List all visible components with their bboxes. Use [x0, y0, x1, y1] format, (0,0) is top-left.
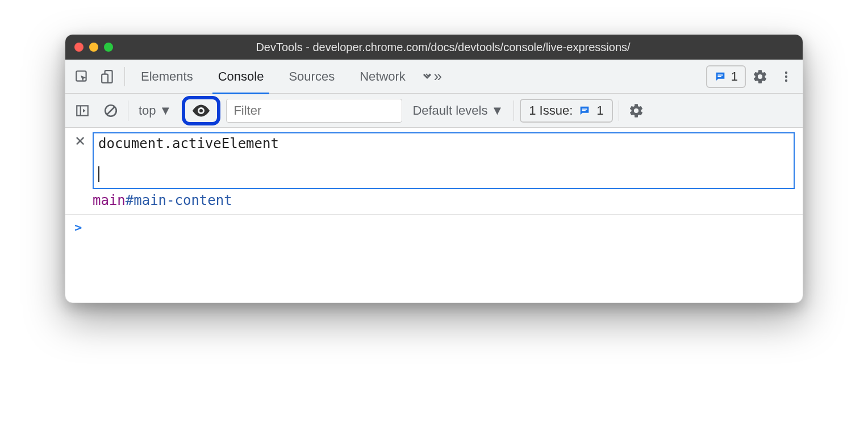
more-options-icon[interactable]: [774, 65, 798, 89]
live-expression-text: document.activeElement: [98, 136, 279, 152]
inspect-element-icon[interactable]: [70, 65, 94, 89]
filter-input[interactable]: [226, 99, 402, 123]
console-toolbar: top ▼ Default levels ▼ 1 Issue: 1: [65, 94, 803, 128]
clear-console-icon[interactable]: [99, 99, 122, 122]
issues-button[interactable]: 1 Issue: 1: [520, 99, 612, 123]
issues-count: 1: [596, 103, 603, 118]
live-expression-input[interactable]: document.activeElement: [93, 132, 795, 189]
main-tabbar: Elements Console Sources Network » 1: [65, 60, 803, 94]
chat-icon: [714, 70, 727, 83]
result-tag: main: [93, 192, 126, 208]
toggle-sidebar-icon[interactable]: [71, 99, 94, 122]
tab-elements[interactable]: Elements: [130, 60, 205, 94]
device-toolbar-icon[interactable]: [96, 65, 120, 89]
console-prompt[interactable]: >: [65, 215, 803, 303]
messages-count: 1: [731, 69, 738, 84]
prompt-caret-icon: >: [74, 220, 82, 234]
svg-point-12: [199, 109, 203, 112]
svg-rect-2: [102, 74, 108, 82]
svg-rect-14: [582, 110, 586, 111]
svg-point-7: [785, 79, 787, 81]
levels-label: Default levels: [412, 103, 487, 118]
svg-point-5: [785, 71, 787, 73]
console-settings-icon[interactable]: [625, 99, 648, 122]
separator: [124, 67, 125, 86]
create-live-expression-button[interactable]: [182, 96, 220, 125]
live-expression-result: main#main-content: [93, 192, 795, 208]
separator: [128, 100, 128, 121]
messages-badge[interactable]: 1: [706, 65, 746, 88]
devtools-window: DevTools - developer.chrome.com/docs/dev…: [65, 34, 803, 303]
svg-line-11: [107, 107, 115, 114]
tab-sources[interactable]: Sources: [277, 60, 346, 94]
text-caret: [98, 166, 99, 182]
result-id: #main-content: [126, 192, 232, 208]
more-tabs-icon[interactable]: »: [419, 65, 443, 89]
live-expression-area: ✕ document.activeElement main#main-conte…: [65, 128, 803, 215]
chevron-down-icon: ▼: [160, 103, 172, 118]
svg-rect-3: [717, 74, 723, 76]
svg-point-6: [785, 75, 787, 77]
separator: [514, 100, 514, 121]
svg-rect-8: [77, 106, 88, 115]
close-window-button[interactable]: [74, 43, 84, 52]
remove-live-expression-button[interactable]: ✕: [73, 135, 87, 148]
svg-rect-13: [582, 108, 587, 110]
tab-console[interactable]: Console: [207, 60, 276, 94]
window-title: DevTools - developer.chrome.com/docs/dev…: [93, 41, 794, 54]
chevron-down-icon: ▼: [491, 103, 503, 118]
chat-icon: [578, 104, 591, 117]
svg-rect-4: [717, 76, 721, 77]
issues-label: 1 Issue:: [529, 103, 573, 118]
titlebar: DevTools - developer.chrome.com/docs/dev…: [65, 35, 803, 60]
context-label: top: [139, 103, 156, 118]
execution-context-selector[interactable]: top ▼: [134, 103, 176, 118]
eye-icon: [191, 100, 211, 121]
separator: [619, 100, 619, 121]
tab-network[interactable]: Network: [348, 60, 417, 94]
log-levels-selector[interactable]: Default levels ▼: [408, 103, 508, 118]
settings-icon[interactable]: [748, 65, 772, 89]
